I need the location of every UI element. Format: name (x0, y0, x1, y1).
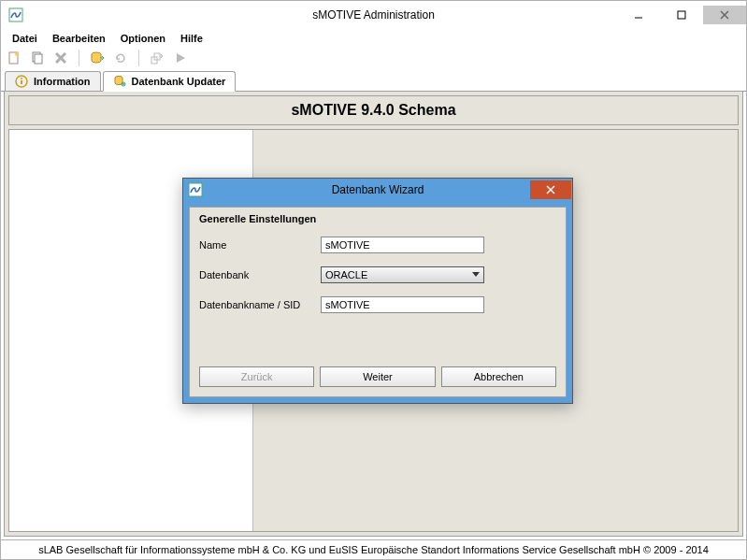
row-datenbank: Datenbank ORACLE (199, 266, 556, 284)
minimize-button[interactable] (617, 6, 660, 24)
toolbar-separator (138, 50, 139, 66)
sid-field[interactable] (321, 296, 484, 313)
menu-bar: Datei Bearbeiten Optionen Hilfe (1, 29, 746, 48)
name-label: Name (199, 239, 321, 251)
datenbank-combo[interactable]: ORACLE (321, 266, 484, 283)
app-icon (188, 182, 203, 197)
toolbar-separator (79, 50, 79, 66)
toolbar (1, 48, 746, 68)
dialog-titlebar[interactable]: Datenbank Wizard (183, 179, 572, 201)
datenbank-wizard-dialog: Datenbank Wizard Generelle Einstellungen… (182, 178, 573, 404)
row-sid: Datenbankname / SID (199, 295, 556, 314)
menu-datei[interactable]: Datei (7, 32, 43, 45)
svg-rect-2 (678, 11, 685, 19)
schema-header: sMOTIVE 9.4.0 Schema (8, 95, 739, 125)
close-button[interactable] (703, 6, 746, 24)
app-icon (8, 7, 23, 22)
tab-information[interactable]: Information (5, 71, 101, 91)
copy-icon[interactable] (30, 50, 45, 65)
datenbank-label: Datenbank (199, 269, 321, 280)
back-button: Zurück (199, 366, 314, 387)
status-bar: sLAB Gesellschaft für Informationssystem… (1, 539, 746, 559)
name-field[interactable] (321, 237, 484, 253)
delete-icon[interactable] (53, 50, 68, 65)
info-icon (15, 75, 28, 88)
menu-optionen[interactable]: Optionen (115, 32, 171, 45)
menu-hilfe[interactable]: Hilfe (175, 32, 208, 45)
row-name: Name (199, 236, 556, 254)
export-icon[interactable] (150, 50, 165, 65)
dialog-section-title: Generelle Einstellungen (199, 213, 556, 230)
new-icon[interactable] (7, 50, 22, 65)
tab-label: Datenbank Updater (132, 76, 226, 87)
chevron-down-icon (468, 267, 483, 282)
tab-bar: Information Datenbank Updater (1, 68, 746, 92)
tab-datenbank-updater[interactable]: Datenbank Updater (103, 71, 237, 92)
titlebar: sMOTIVE Administration (1, 1, 746, 29)
maximize-button[interactable] (660, 6, 703, 24)
tab-label: Information (34, 76, 91, 87)
db-icon (113, 75, 126, 88)
menu-bearbeiten[interactable]: Bearbeiten (47, 32, 111, 45)
sid-label: Datenbankname / SID (199, 299, 321, 310)
status-text: sLAB Gesellschaft für Informationssystem… (38, 544, 709, 555)
dialog-title: Datenbank Wizard (183, 183, 572, 196)
refresh-icon[interactable] (113, 50, 128, 65)
svg-point-6 (15, 52, 19, 56)
db-icon[interactable] (90, 50, 105, 65)
window-controls (617, 6, 746, 24)
cancel-button[interactable]: Abbrechen (441, 366, 556, 387)
combo-value: ORACLE (325, 269, 367, 280)
svg-point-16 (21, 78, 22, 79)
svg-rect-8 (35, 54, 42, 64)
dialog-close-button[interactable] (530, 180, 571, 199)
play-icon[interactable] (173, 50, 188, 65)
dialog-body: Generelle Einstellungen Name Datenbank O… (189, 207, 567, 397)
next-button[interactable]: Weiter (320, 366, 435, 387)
dialog-button-row: Zurück Weiter Abbrechen (199, 366, 556, 387)
